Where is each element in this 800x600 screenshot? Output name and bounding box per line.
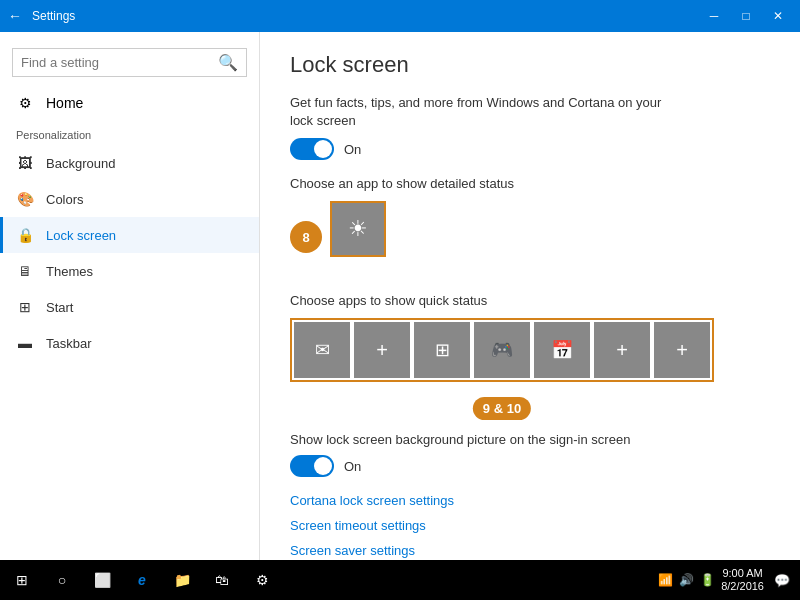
search-box[interactable]: 🔍	[12, 48, 247, 77]
windows-store-app-button[interactable]: ⊞	[414, 322, 470, 378]
taskbar-left: ⊞ ○ ⬜ e 📁 🛍 ⚙	[4, 562, 280, 598]
start-icon: ⊞	[16, 299, 34, 315]
plus-icon-2: +	[616, 339, 628, 362]
step-910-badge: 9 & 10	[473, 397, 531, 420]
fun-facts-toggle[interactable]	[290, 138, 334, 160]
content-panel: Lock screen Get fun facts, tips, and mor…	[260, 32, 800, 560]
show-lock-row: Show lock screen background picture on t…	[290, 432, 770, 447]
background-icon: 🖼	[16, 155, 34, 171]
sidebar-item-background[interactable]: 🖼 Background	[0, 145, 259, 181]
plus-icon-3: +	[676, 339, 688, 362]
notification-button[interactable]: 💬	[768, 566, 796, 594]
mail-icon: ✉	[315, 339, 330, 361]
store-button[interactable]: 🛍	[204, 562, 240, 598]
sidebar-item-label: Themes	[46, 264, 93, 279]
search-input[interactable]	[21, 55, 218, 70]
home-icon: ⚙	[16, 95, 34, 111]
sys-icons: 📶 🔊 🔋	[656, 571, 717, 589]
task-view-button[interactable]: ⬜	[84, 562, 120, 598]
restore-button[interactable]: □	[732, 2, 760, 30]
minimize-button[interactable]: ─	[700, 2, 728, 30]
fun-facts-toggle-label: On	[344, 142, 361, 157]
sun-icon: ☀	[348, 216, 368, 242]
screen-saver-link[interactable]: Screen saver settings	[290, 543, 770, 558]
choose-quick-label: Choose apps to show quick status	[290, 293, 770, 308]
mail-app-button[interactable]: ✉	[294, 322, 350, 378]
store-icon: ⊞	[435, 339, 450, 361]
search-icon: 🔍	[218, 53, 238, 72]
detailed-app-button[interactable]: ☀	[330, 201, 386, 257]
clock-time: 9:00 AM	[721, 567, 764, 580]
sidebar-item-label: Background	[46, 156, 115, 171]
main-layout: 🔍 ⚙ Home Personalization 🖼 Background 🎨 …	[0, 32, 800, 560]
network-icon: 📶	[656, 571, 675, 589]
sidebar-item-label: Lock screen	[46, 228, 116, 243]
fun-facts-text: Get fun facts, tips, and more from Windo…	[290, 94, 670, 130]
show-lock-toggle[interactable]	[290, 455, 334, 477]
sidebar: 🔍 ⚙ Home Personalization 🖼 Background 🎨 …	[0, 32, 260, 560]
sidebar-item-label: Colors	[46, 192, 84, 207]
sidebar-item-colors[interactable]: 🎨 Colors	[0, 181, 259, 217]
show-lock-toggle-row: On	[290, 455, 770, 477]
xbox-icon: 🎮	[491, 339, 513, 361]
settings-button[interactable]: ⚙	[244, 562, 280, 598]
sidebar-item-lock-screen[interactable]: 🔒 Lock screen	[0, 217, 259, 253]
lock-icon: 🔒	[16, 227, 34, 243]
xbox-app-button[interactable]: 🎮	[474, 322, 530, 378]
window-controls: ─ □ ✕	[700, 2, 792, 30]
add-app-button-1[interactable]: +	[354, 322, 410, 378]
sidebar-item-label: Start	[46, 300, 73, 315]
toggle-knob	[314, 140, 332, 158]
title-bar: ← Settings ─ □ ✕	[0, 0, 800, 32]
cortana-settings-link[interactable]: Cortana lock screen settings	[290, 493, 770, 508]
add-app-button-2[interactable]: +	[594, 322, 650, 378]
search-button[interactable]: ○	[44, 562, 80, 598]
page-title: Lock screen	[290, 52, 770, 78]
add-app-button-3[interactable]: +	[654, 322, 710, 378]
home-label: Home	[46, 95, 83, 111]
calendar-app-button[interactable]: 📅	[534, 322, 590, 378]
sidebar-item-themes[interactable]: 🖥 Themes	[0, 253, 259, 289]
close-button[interactable]: ✕	[764, 2, 792, 30]
plus-icon-1: +	[376, 339, 388, 362]
clock-date: 8/2/2016	[721, 580, 764, 593]
sidebar-item-taskbar[interactable]: ▬ Taskbar	[0, 325, 259, 361]
sidebar-item-start[interactable]: ⊞ Start	[0, 289, 259, 325]
colors-icon: 🎨	[16, 191, 34, 207]
show-lock-toggle-label: On	[344, 459, 361, 474]
sidebar-section-title: Personalization	[0, 121, 259, 145]
battery-icon: 🔋	[698, 571, 717, 589]
calendar-icon: 📅	[551, 339, 573, 361]
choose-detailed-label: Choose an app to show detailed status	[290, 176, 770, 191]
app-title: Settings	[32, 9, 700, 23]
quick-apps-container: ✉ + ⊞ 🎮 📅 + +	[290, 318, 714, 402]
sidebar-home[interactable]: ⚙ Home	[0, 85, 259, 121]
taskbar: ⊞ ○ ⬜ e 📁 🛍 ⚙ 📶 🔊 🔋 9:00 AM 8/2/2016 💬	[0, 560, 800, 600]
fun-facts-toggle-row: On	[290, 138, 770, 160]
quick-apps-wrapper: ✉ + ⊞ 🎮 📅 + +	[290, 318, 714, 382]
step-8-badge: 8	[290, 221, 322, 253]
clock[interactable]: 9:00 AM 8/2/2016	[721, 567, 764, 593]
taskbar-right: 📶 🔊 🔋 9:00 AM 8/2/2016 💬	[656, 566, 796, 594]
toggle-knob-2	[314, 457, 332, 475]
taskbar-icon: ▬	[16, 335, 34, 351]
themes-icon: 🖥	[16, 263, 34, 279]
start-button[interactable]: ⊞	[4, 562, 40, 598]
edge-button[interactable]: e	[124, 562, 160, 598]
explorer-button[interactable]: 📁	[164, 562, 200, 598]
back-button[interactable]: ←	[8, 8, 22, 24]
sidebar-item-label: Taskbar	[46, 336, 92, 351]
screen-timeout-link[interactable]: Screen timeout settings	[290, 518, 770, 533]
volume-icon: 🔊	[677, 571, 696, 589]
